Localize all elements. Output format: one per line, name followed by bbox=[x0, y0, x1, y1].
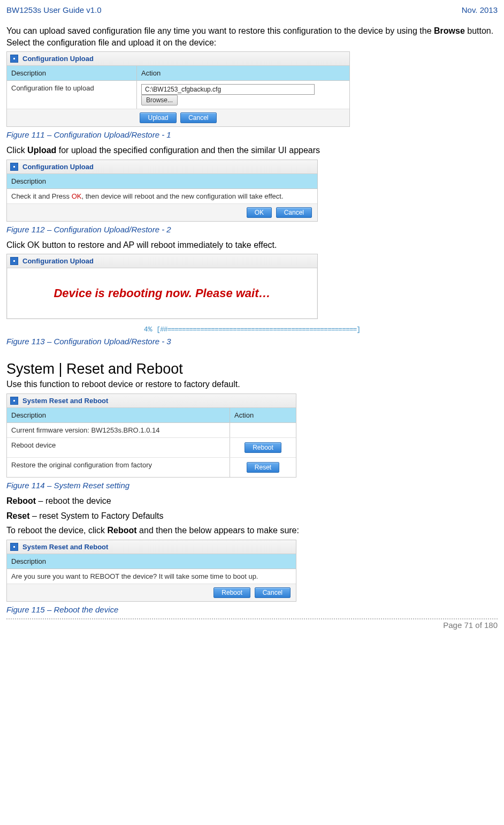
cancel-button[interactable]: Cancel bbox=[180, 112, 216, 123]
browse-button[interactable]: Browse... bbox=[141, 95, 178, 105]
config-upload-panel-1: Configuration Upload Description Action … bbox=[6, 51, 350, 127]
doc-title: BW1253s User Guide v1.0 bbox=[6, 5, 102, 14]
reset-button[interactable]: Reset bbox=[247, 462, 279, 473]
col-description: Description bbox=[7, 554, 296, 569]
figure-caption-112: Figure 112 – Configuration Upload/Restor… bbox=[6, 225, 498, 234]
cancel-button[interactable]: Cancel bbox=[276, 207, 312, 218]
reboot-message: Device is rebooting now. Please wait… bbox=[7, 268, 317, 319]
reboot-button[interactable]: Reboot bbox=[213, 587, 250, 598]
panel-icon bbox=[10, 257, 18, 265]
col-action: Action bbox=[230, 408, 258, 422]
reboot-confirm-text: Are you sure you want to REBOOT the devi… bbox=[7, 569, 262, 584]
col-action: Action bbox=[137, 66, 165, 80]
doc-date: Nov. 2013 bbox=[462, 5, 498, 14]
reboot-button[interactable]: Reboot bbox=[245, 442, 281, 453]
progress-indicator: 4% [##==================================… bbox=[97, 326, 407, 334]
line-restore: Click OK button to restore and AP will r… bbox=[6, 239, 498, 251]
col-description: Description bbox=[7, 174, 317, 188]
config-upload-panel-2: Configuration Upload Description Check i… bbox=[6, 160, 318, 222]
def-reboot: Reboot – reboot the device bbox=[6, 495, 498, 507]
ok-button[interactable]: OK bbox=[247, 207, 272, 218]
config-upload-panel-3: Configuration Upload Device is rebooting… bbox=[6, 254, 318, 319]
reboot-confirm-panel: System Reset and Reboot Description Are … bbox=[6, 540, 296, 602]
panel-icon bbox=[10, 163, 18, 171]
intro-text: You can upload saved configuration file … bbox=[6, 25, 498, 48]
def-reset: Reset – reset System to Factory Defaults bbox=[6, 510, 498, 522]
col-description: Description bbox=[7, 66, 137, 80]
cancel-button[interactable]: Cancel bbox=[255, 587, 291, 598]
panel-icon bbox=[10, 397, 18, 405]
page-footer: Page 71 of 180 bbox=[6, 618, 498, 630]
reset-reboot-panel: System Reset and Reboot Description Acti… bbox=[6, 393, 296, 478]
confirm-text: Check it and Press OK, then device will … bbox=[7, 189, 288, 203]
upload-row-label: Configuration file to upload bbox=[7, 81, 137, 109]
line-upload: Click Upload for upload the specified co… bbox=[6, 145, 498, 156]
section-subtext: Use this function to reboot device or re… bbox=[6, 379, 498, 390]
upload-button[interactable]: Upload bbox=[140, 112, 176, 123]
restore-factory-label: Restore the original configuration from … bbox=[7, 458, 230, 477]
config-file-input[interactable]: C:\BW1253_cfgbackup.cfg bbox=[141, 84, 315, 95]
figure-caption-114: Figure 114 – System Reset setting bbox=[6, 481, 498, 490]
figure-caption-115: Figure 115 – Reboot the device bbox=[6, 605, 498, 614]
figure-caption-111: Figure 111 – Configuration Upload/Restor… bbox=[6, 130, 498, 139]
figure-caption-113: Figure 113 – Configuration Upload/Restor… bbox=[6, 337, 498, 346]
firmware-version: Current firmware version: BW1253s.BRO.1.… bbox=[7, 423, 230, 437]
line-reboot-confirm: To reboot the device, click Reboot and t… bbox=[6, 525, 498, 536]
section-heading: System | Reset and Reboot bbox=[6, 361, 498, 377]
panel-icon bbox=[10, 543, 18, 551]
panel-icon bbox=[10, 55, 18, 63]
reboot-device-label: Reboot device bbox=[7, 438, 230, 457]
col-description: Description bbox=[7, 408, 230, 422]
